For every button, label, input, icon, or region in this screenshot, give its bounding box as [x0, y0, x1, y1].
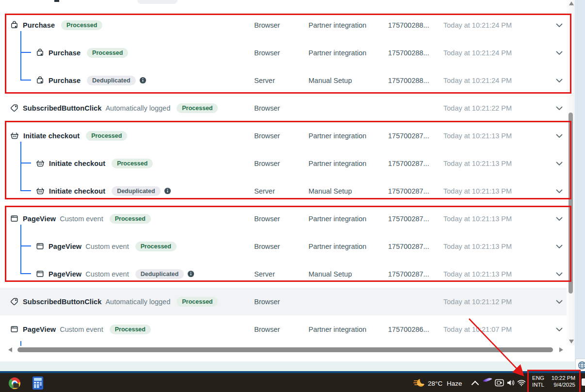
status-badge: Processed: [86, 131, 127, 141]
setup-cell: Manual Setup: [309, 187, 352, 195]
purchase-bag-icon: [10, 21, 18, 29]
event-row[interactable]: Purchase Deduplicated Server Manual Setu…: [0, 66, 567, 94]
horizontal-scrollbar-thumb[interactable]: [17, 347, 553, 352]
vertical-scrollbar-thumb[interactable]: [569, 113, 573, 294]
globe-icon[interactable]: [578, 361, 585, 372]
browser-window-icon: [10, 325, 18, 333]
status-badge: Deduplicated: [112, 186, 161, 196]
partial-row-badge: [137, 0, 178, 4]
event-id-cell: 175700288...: [388, 49, 429, 57]
event-row[interactable]: SubscribedButtonClick Automatically logg…: [0, 288, 567, 315]
time-cell: Today at 10:21:13 PM: [443, 243, 512, 250]
info-icon[interactable]: [139, 77, 146, 84]
event-row[interactable]: Initiate checkout Processed Browser Part…: [0, 122, 567, 149]
connection-cell: Browser: [254, 160, 280, 167]
meet-now-icon[interactable]: [495, 379, 504, 387]
event-name: PageView: [23, 326, 56, 333]
time-cell: Today at 10:21:07 PM: [443, 326, 512, 333]
weather-icon[interactable]: [413, 378, 426, 388]
browser-window-icon: [10, 214, 18, 223]
partial-row-text: [54, 0, 59, 2]
event-cell: PageView Custom event Processed: [36, 242, 177, 251]
event-name: SubscribedButtonClick: [23, 298, 101, 306]
connection-cell: Browser: [254, 132, 280, 140]
event-row[interactable]: Initiate checkout Processed Browser Part…: [0, 149, 567, 177]
event-row[interactable]: Purchase Processed Browser Partner integ…: [0, 11, 567, 39]
action-center-icon[interactable]: [582, 378, 585, 386]
expand-chevron-icon[interactable]: [556, 132, 563, 140]
connection-cell: Server: [254, 187, 275, 195]
connection-cell: Browser: [254, 49, 280, 57]
calculator-icon[interactable]: [32, 376, 43, 390]
volume-icon[interactable]: [506, 379, 515, 387]
connection-cell: Browser: [254, 21, 280, 29]
status-badge: Deduplicated: [135, 269, 184, 279]
language-line1: ENG: [532, 375, 544, 381]
expand-chevron-icon[interactable]: [556, 104, 563, 112]
info-icon[interactable]: [187, 270, 195, 278]
weather-temp[interactable]: 28°C: [428, 380, 442, 387]
scroll-right-arrow-icon[interactable]: [559, 347, 563, 352]
page-right-margin: [575, 0, 585, 361]
event-row[interactable]: Initiate checkout Deduplicated Server Ma…: [0, 177, 567, 205]
setup-cell: Partner integration: [309, 215, 366, 223]
weather-desc[interactable]: Haze: [447, 380, 462, 387]
event-name: Initiate checkout: [23, 132, 80, 140]
purchase-bag-icon: [36, 76, 44, 84]
expand-chevron-icon[interactable]: [556, 21, 563, 29]
event-qualifier: Custom event: [60, 326, 103, 333]
vertical-scrollbar[interactable]: [567, 0, 575, 345]
expand-chevron-icon[interactable]: [556, 187, 563, 195]
expand-chevron-icon[interactable]: [556, 298, 563, 306]
expand-chevron-icon[interactable]: [556, 77, 563, 84]
connection-cell: Server: [254, 77, 275, 84]
event-row[interactable]: Purchase Processed Browser Partner integ…: [0, 39, 567, 66]
language-line2: INTL: [532, 381, 544, 388]
time-cell: Today at 10:21:22 PM: [443, 104, 512, 112]
connection-cell: Browser: [254, 298, 280, 306]
event-qualifier: Automatically logged: [105, 104, 170, 112]
scroll-down-arrow-icon[interactable]: [569, 340, 574, 343]
expand-chevron-icon[interactable]: [556, 270, 563, 278]
basket-icon: [10, 131, 19, 140]
event-row[interactable]: SubscribedButtonClick Automatically logg…: [0, 94, 567, 122]
chrome-badge-overlay-icon: [13, 383, 19, 388]
event-row[interactable]: PageView Custom event Processed Browser …: [0, 232, 567, 260]
scroll-left-arrow-icon[interactable]: [8, 347, 12, 352]
basket-icon: [36, 159, 45, 167]
status-badge: Processed: [87, 48, 128, 58]
event-row[interactable]: PageView Custom event Deduplicated Serve…: [0, 260, 567, 288]
globe-popup: [575, 359, 585, 373]
taskbar-clock[interactable]: 10:22 PM 9/4/2025: [547, 375, 575, 388]
expand-chevron-icon[interactable]: [556, 243, 563, 250]
time-cell: Today at 10:21:12 PM: [443, 298, 512, 306]
horizontal-scrollbar[interactable]: [0, 346, 567, 354]
clock-time: 10:22 PM: [547, 375, 575, 381]
expand-chevron-icon[interactable]: [556, 215, 563, 223]
event-id-cell: 175700287...: [388, 132, 429, 140]
connection-cell: Browser: [254, 243, 280, 250]
events-table: Purchase Processed Browser Partner integ…: [0, 0, 567, 345]
event-row[interactable]: PageView Custom event Processed Browser …: [0, 205, 567, 232]
wifi-icon[interactable]: [517, 379, 526, 386]
expand-chevron-icon[interactable]: [556, 160, 563, 167]
expand-chevron-icon[interactable]: [556, 326, 563, 333]
event-row[interactable]: PageView Custom event Processed Browser …: [0, 315, 567, 343]
event-id-cell: 175700288...: [388, 77, 429, 84]
info-icon[interactable]: [164, 187, 171, 195]
event-cell: Initiate checkout Processed: [10, 131, 127, 141]
scroll-up-arrow-icon[interactable]: [569, 1, 574, 5]
connection-cell: Browser: [254, 104, 280, 112]
event-cell: PageView Custom event Processed: [10, 214, 151, 224]
event-cell: PageView Custom event Deduplicated: [36, 269, 195, 279]
event-name: PageView: [23, 215, 56, 223]
expand-chevron-icon[interactable]: [556, 49, 563, 57]
status-badge: Deduplicated: [87, 76, 136, 85]
event-qualifier: Custom event: [60, 215, 103, 223]
setup-cell: Partner integration: [309, 21, 366, 29]
event-qualifier: Automatically logged: [105, 298, 170, 306]
language-indicator[interactable]: ENG INTL: [532, 375, 544, 388]
connection-cell: Browser: [254, 326, 280, 333]
connection-cell: Server: [254, 270, 275, 278]
status-badge: Processed: [112, 159, 153, 168]
